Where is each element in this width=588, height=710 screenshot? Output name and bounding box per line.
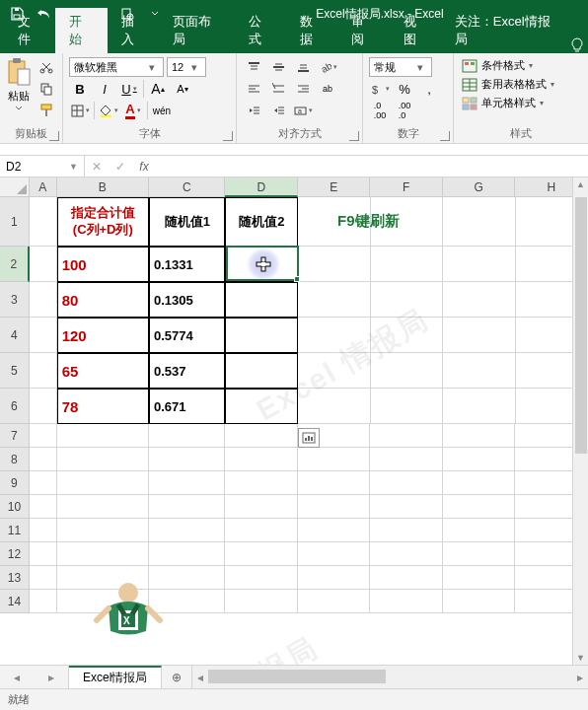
cell-B[interactable]: 指定合计值(C列+D列) <box>57 197 149 247</box>
horizontal-scrollbar[interactable]: ◂ ▸ <box>191 666 588 688</box>
tell-me-icon[interactable] <box>566 37 588 53</box>
align-bottom-icon[interactable] <box>292 57 314 77</box>
cell-styles-button[interactable]: 单元格样式 ▾ <box>460 95 546 111</box>
cell-B[interactable]: 120 <box>57 318 149 353</box>
vertical-scroll-thumb[interactable] <box>575 197 587 454</box>
row-header[interactable]: 10 <box>0 495 30 519</box>
cell-D[interactable] <box>225 471 298 495</box>
cell-A[interactable] <box>30 318 57 353</box>
number-format-combo[interactable]: 常规▾ <box>369 57 432 77</box>
cell-B[interactable]: 80 <box>57 282 149 318</box>
cell-E[interactable] <box>298 247 371 282</box>
cell-D[interactable] <box>225 566 298 590</box>
fill-color-button[interactable]: ▾ <box>98 101 119 120</box>
cell-G[interactable] <box>443 424 516 448</box>
decrease-indent-icon[interactable] <box>243 101 264 120</box>
cell-B[interactable] <box>57 542 149 566</box>
cell-G[interactable] <box>443 353 516 389</box>
cell-G[interactable] <box>443 495 516 519</box>
cell-E[interactable] <box>298 353 371 389</box>
percent-format-icon[interactable]: % <box>394 79 415 99</box>
row-header[interactable]: 12 <box>0 542 30 566</box>
cell-G[interactable] <box>443 542 516 566</box>
column-header-D[interactable]: D <box>225 178 298 197</box>
cell-F[interactable] <box>370 519 443 542</box>
align-right-icon[interactable] <box>292 79 314 99</box>
cell-B[interactable] <box>57 424 149 448</box>
vertical-scrollbar[interactable]: ▲ ▼ <box>572 178 588 665</box>
cell-F[interactable] <box>370 542 443 566</box>
align-left-icon[interactable] <box>243 79 264 99</box>
cell-G[interactable] <box>443 519 516 542</box>
cell-C[interactable]: 0.1331 <box>149 247 225 282</box>
cell-C[interactable] <box>149 448 225 471</box>
cell-F[interactable] <box>370 471 443 495</box>
cell-D[interactable]: 随机值2 <box>225 197 298 247</box>
row-header[interactable]: 9 <box>0 471 30 495</box>
cell-F[interactable] <box>371 353 444 389</box>
cell-D[interactable] <box>225 495 298 519</box>
cell-G[interactable] <box>443 566 516 590</box>
cell-E[interactable] <box>298 389 371 424</box>
cell-D[interactable] <box>225 389 298 424</box>
cell-D[interactable] <box>225 282 298 318</box>
cell-A[interactable] <box>30 282 57 318</box>
cell-A[interactable] <box>30 353 57 389</box>
row-header[interactable]: 7 <box>0 424 30 448</box>
merge-center-button[interactable]: a▾ <box>292 101 314 120</box>
cell-A[interactable] <box>30 247 57 282</box>
cell-F[interactable] <box>371 247 444 282</box>
underline-button[interactable]: U▾ <box>118 79 140 99</box>
row-header[interactable]: 5 <box>0 353 30 389</box>
cell-G[interactable] <box>443 247 516 282</box>
tab-follow[interactable]: 关注：Excel情报局 <box>441 8 566 53</box>
cell-C[interactable]: 随机值1 <box>149 197 225 247</box>
row-header[interactable]: 11 <box>0 519 30 542</box>
borders-button[interactable]: ▾ <box>69 101 91 120</box>
tab-home[interactable]: 开始 <box>55 8 107 53</box>
cell-G[interactable] <box>443 389 516 424</box>
phonetic-button[interactable]: wén <box>151 101 173 120</box>
cell-D[interactable] <box>225 448 298 471</box>
table-format-button[interactable]: 套用表格格式 ▾ <box>460 76 556 93</box>
cell-C[interactable]: 0.671 <box>149 389 225 424</box>
tab-formulas[interactable]: 公式 <box>235 8 286 53</box>
cell-A[interactable] <box>30 197 57 247</box>
tab-insert[interactable]: 插入 <box>108 8 159 53</box>
align-middle-icon[interactable] <box>267 57 289 77</box>
name-box[interactable]: D2▼ <box>0 156 85 177</box>
wrap-text-button[interactable]: ab <box>317 79 338 99</box>
cell-D[interactable] <box>225 590 298 613</box>
cell-A[interactable] <box>30 495 57 519</box>
font-size-combo[interactable]: 12▾ <box>167 57 206 77</box>
align-center-icon[interactable] <box>267 79 289 99</box>
row-header[interactable]: 3 <box>0 282 30 318</box>
cell-C[interactable] <box>149 495 225 519</box>
cell-B[interactable] <box>57 495 149 519</box>
scroll-left-icon[interactable]: ◂ <box>192 666 208 688</box>
quick-analysis-icon[interactable] <box>298 428 320 448</box>
cut-icon[interactable] <box>36 57 57 77</box>
cell-G[interactable] <box>443 197 516 247</box>
row-header[interactable]: 13 <box>0 566 30 590</box>
select-all-button[interactable] <box>0 178 30 197</box>
paste-button[interactable]: 粘贴 <box>6 57 32 110</box>
cell-D[interactable] <box>225 519 298 542</box>
cell-F[interactable] <box>370 566 443 590</box>
sheet-nav[interactable]: ◂▸ <box>0 666 69 688</box>
cell-B[interactable] <box>57 448 149 471</box>
cell-C[interactable] <box>149 471 225 495</box>
enter-formula-icon[interactable]: ✓ <box>109 160 132 174</box>
cell-F[interactable] <box>370 495 443 519</box>
cell-A[interactable] <box>30 590 57 613</box>
font-name-combo[interactable]: 微软雅黑▾ <box>69 57 164 77</box>
cell-E[interactable] <box>298 590 371 613</box>
formula-input[interactable] <box>156 156 588 177</box>
accounting-format-icon[interactable]: $▾ <box>369 79 391 99</box>
cell-E[interactable] <box>298 495 371 519</box>
cell-F[interactable] <box>370 448 443 471</box>
cell-F[interactable] <box>370 590 443 613</box>
shrink-font-button[interactable]: A▾ <box>172 79 193 99</box>
cell-B[interactable]: 65 <box>57 353 149 389</box>
tab-file[interactable]: 文件 <box>4 8 55 53</box>
